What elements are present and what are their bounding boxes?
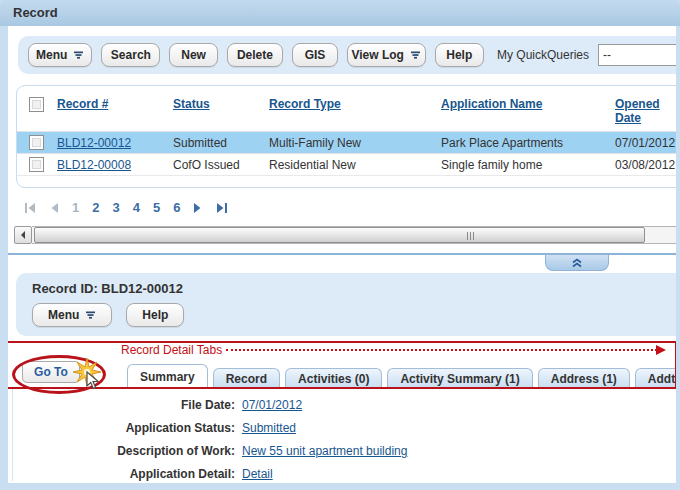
record-toolbar: Menu Search New Delete GIS View Log Help… xyxy=(18,36,676,74)
tab-activities[interactable]: Activities (0) xyxy=(285,368,382,389)
tab-record[interactable]: Record xyxy=(213,368,280,389)
annotation-arrow-icon xyxy=(656,345,666,355)
opened-date-cell: 03/08/2012 xyxy=(611,154,676,176)
panel-divider xyxy=(8,253,676,273)
collapse-panel-tab[interactable] xyxy=(545,255,609,271)
page-number-link[interactable]: 5 xyxy=(153,200,160,215)
annotation-label: Record Detail Tabs xyxy=(121,343,222,357)
application-detail-link[interactable]: Detail xyxy=(242,467,273,481)
column-header-opened-date[interactable]: Opened Date xyxy=(615,97,670,125)
delete-button-label: Delete xyxy=(237,48,273,62)
record-number-link[interactable]: BLD12-00012 xyxy=(57,136,131,150)
page-number-current: 1 xyxy=(72,200,79,215)
record-table: Record # Status Record Type Application … xyxy=(17,90,676,176)
new-button-label: New xyxy=(181,48,206,62)
column-header-status[interactable]: Status xyxy=(173,97,210,111)
detail-menu-button-label: Menu xyxy=(48,308,79,322)
application-status-link[interactable]: Submitted xyxy=(242,421,296,435)
search-button[interactable]: Search xyxy=(101,43,160,67)
table-header-row: Record # Status Record Type Application … xyxy=(17,90,676,132)
field-row: Application Detail: Detail xyxy=(13,467,676,481)
quickqueries-selected-value: -- xyxy=(603,48,611,62)
tab-address[interactable]: Address (1) xyxy=(538,368,630,389)
quickqueries-label: My QuickQueries xyxy=(497,48,589,62)
description-of-work-link[interactable]: New 55 unit apartment building xyxy=(242,444,407,458)
tab-addtl-info[interactable]: Addtl Info xyxy=(635,368,676,389)
window-title: Record xyxy=(13,5,58,20)
record-detail-tabs-section: Record Detail Tabs Go To Sum xyxy=(8,341,676,389)
tab-summary[interactable]: Summary xyxy=(127,364,208,389)
delete-button[interactable]: Delete xyxy=(227,43,283,67)
row-checkbox[interactable] xyxy=(29,157,44,172)
view-log-button[interactable]: View Log xyxy=(347,43,426,67)
menu-button[interactable]: Menu xyxy=(28,43,92,67)
dropdown-icon xyxy=(73,51,84,59)
search-button-label: Search xyxy=(111,48,151,62)
file-date-link[interactable]: 07/01/2012 xyxy=(242,398,302,412)
summary-tab-content: File Date: 07/01/2012 Application Status… xyxy=(12,389,676,481)
field-label: Description of Work: xyxy=(13,444,235,458)
dropdown-icon xyxy=(85,311,96,319)
column-header-record-number[interactable]: Record # xyxy=(57,97,108,111)
pagination: 1 2 3 4 5 6 xyxy=(24,200,668,215)
field-row: File Date: 07/01/2012 xyxy=(13,398,676,412)
record-type-cell: Multi-Family New xyxy=(265,132,437,154)
last-page-button[interactable] xyxy=(216,202,228,214)
next-page-button[interactable] xyxy=(193,202,203,214)
annotation-callout: Record Detail Tabs xyxy=(8,341,676,357)
help-button[interactable]: Help xyxy=(435,43,484,67)
scrollbar-track[interactable] xyxy=(32,226,676,244)
new-button[interactable]: New xyxy=(169,43,218,67)
scroll-left-button[interactable] xyxy=(14,226,32,244)
opened-date-cell: 07/01/2012 xyxy=(611,132,676,154)
page-number-link[interactable]: 2 xyxy=(92,200,99,215)
page-number-link[interactable]: 4 xyxy=(133,200,140,215)
quickqueries-select[interactable]: -- xyxy=(598,44,676,66)
detail-help-button[interactable]: Help xyxy=(126,303,184,327)
field-row: Description of Work: New 55 unit apartme… xyxy=(13,444,676,458)
column-header-record-type[interactable]: Record Type xyxy=(269,97,341,111)
gis-button[interactable]: GIS xyxy=(292,43,338,67)
row-checkbox[interactable] xyxy=(29,135,44,150)
annotation-dotted-line xyxy=(226,349,657,351)
horizontal-scrollbar xyxy=(14,226,676,244)
first-page-button[interactable] xyxy=(24,202,36,214)
detail-help-button-label: Help xyxy=(142,308,168,322)
menu-button-label: Menu xyxy=(36,48,67,62)
field-label: Application Detail: xyxy=(13,467,235,481)
record-detail-header: Record ID: BLD12-00012 Menu Help xyxy=(16,273,676,336)
page-number-link[interactable]: 6 xyxy=(173,200,180,215)
scrollbar-thumb[interactable] xyxy=(34,227,645,243)
go-to-button[interactable]: Go To xyxy=(22,361,80,383)
tab-activity-summary[interactable]: Activity Summary (1) xyxy=(387,368,532,389)
application-name-cell: Single family home xyxy=(437,154,611,176)
gis-button-label: GIS xyxy=(305,48,326,62)
table-row[interactable]: BLD12-00012 Submitted Multi-Family New P… xyxy=(17,132,676,154)
previous-page-button[interactable] xyxy=(49,202,59,214)
field-label: File Date: xyxy=(13,398,235,412)
column-header-application-name[interactable]: Application Name xyxy=(441,97,542,111)
go-to-annotated-area: Go To xyxy=(14,359,122,389)
table-row[interactable]: BLD12-00008 CofO Issued Residential New … xyxy=(17,154,676,176)
page-number-link[interactable]: 3 xyxy=(112,200,119,215)
record-id-title: Record ID: BLD12-00012 xyxy=(32,281,676,296)
scrollbar-grip-icon xyxy=(467,232,474,240)
field-label: Application Status: xyxy=(13,421,235,435)
record-type-cell: Residential New xyxy=(265,154,437,176)
chevron-up-icon xyxy=(571,258,583,268)
detail-menu-button[interactable]: Menu xyxy=(32,303,112,327)
status-cell: CofO Issued xyxy=(169,154,265,176)
view-log-button-label: View Log xyxy=(351,48,403,62)
status-cell: Submitted xyxy=(169,132,265,154)
application-name-cell: Park Place Apartments xyxy=(437,132,611,154)
record-list-panel: Record # Status Record Type Application … xyxy=(16,85,676,188)
dropdown-icon xyxy=(410,51,421,59)
field-row: Application Status: Submitted xyxy=(13,421,676,435)
record-number-link[interactable]: BLD12-00008 xyxy=(57,158,131,172)
select-all-checkbox[interactable] xyxy=(29,97,44,112)
window-titlebar: Record xyxy=(0,0,680,26)
help-button-label: Help xyxy=(446,48,472,62)
record-main-panel: Menu Search New Delete GIS View Log Help… xyxy=(8,26,676,483)
